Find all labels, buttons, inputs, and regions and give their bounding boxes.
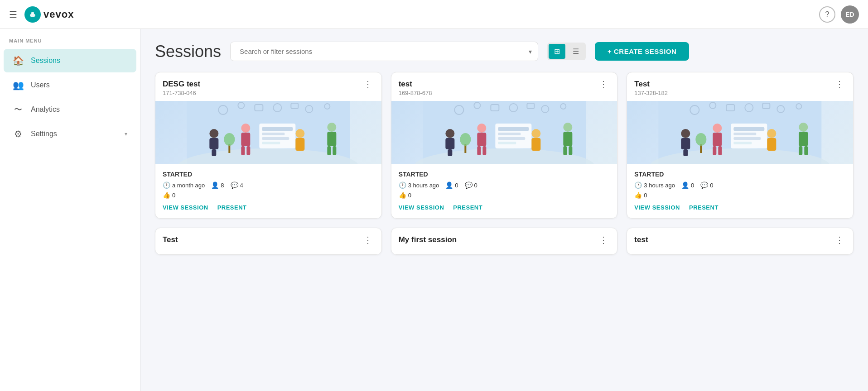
svg-point-15 <box>241 124 250 133</box>
card-body: STARTED 🕐 a month ago 👤 8 💬 4 <box>155 164 381 218</box>
chevron-down-icon: ▾ <box>125 131 127 137</box>
card-title: My first session <box>399 235 457 244</box>
card-image <box>627 101 853 164</box>
present-button[interactable]: PRESENT <box>689 204 719 211</box>
sidebar-label-analytics: Analytics <box>31 105 127 114</box>
card-menu-icon[interactable]: ⋮ <box>362 235 374 244</box>
list-icon: ☰ <box>573 48 579 55</box>
sidebar-item-users[interactable]: 👥 Users <box>4 73 136 97</box>
participants-meta: 👤 8 <box>211 181 224 189</box>
card-title: DESG test <box>163 80 200 89</box>
svg-rect-47 <box>482 146 486 155</box>
card-menu-icon[interactable]: ⋮ <box>362 80 374 89</box>
svg-rect-83 <box>767 138 776 151</box>
avatar[interactable]: ED <box>841 5 859 24</box>
card-meta-likes: 👍 0 <box>163 191 374 199</box>
session-card: DESG test 171-738-046 ⋮ <box>155 72 382 219</box>
svg-point-89 <box>696 133 707 146</box>
logo: vevox <box>24 6 74 23</box>
view-session-button[interactable]: VIEW SESSION <box>399 204 444 211</box>
sidebar-item-settings[interactable]: ⚙ Settings ▾ <box>4 122 136 146</box>
svg-rect-85 <box>799 132 808 146</box>
search-bar: ▾ <box>230 42 538 61</box>
svg-rect-22 <box>262 137 289 140</box>
logo-text: vevox <box>43 9 74 20</box>
svg-rect-16 <box>241 133 250 146</box>
card-meta-likes: 👍 0 <box>399 191 610 199</box>
likes-value: 0 <box>408 192 411 199</box>
hamburger-icon[interactable]: ☰ <box>9 9 17 20</box>
card-title: Test <box>634 80 668 89</box>
search-input[interactable] <box>230 42 538 61</box>
list-view-button[interactable]: ☰ <box>567 44 584 59</box>
person-icon: 👤 <box>445 181 453 189</box>
main-content: Sessions ▾ ⊞ ☰ + CREATE SESSION <box>140 29 868 391</box>
create-session-button[interactable]: + CREATE SESSION <box>595 42 689 61</box>
card-status: STARTED <box>163 171 374 178</box>
present-button[interactable]: PRESENT <box>453 204 482 211</box>
svg-rect-79 <box>734 133 757 135</box>
svg-rect-46 <box>477 146 481 155</box>
svg-point-60 <box>460 133 471 146</box>
card-status: STARTED <box>634 171 846 178</box>
view-session-button[interactable]: VIEW SESSION <box>634 204 680 211</box>
thumbsup-icon: 👍 <box>163 191 170 199</box>
grid-icon: ⊞ <box>554 48 560 55</box>
messages-value: 4 <box>240 182 243 189</box>
card-meta: 🕐 3 hours ago 👤 0 💬 0 <box>399 181 610 189</box>
svg-rect-54 <box>531 138 540 151</box>
help-button[interactable]: ? <box>819 6 835 23</box>
logo-icon <box>24 6 41 23</box>
svg-point-73 <box>713 124 722 133</box>
svg-rect-87 <box>805 146 808 155</box>
sidebar-label-settings: Settings <box>31 130 117 138</box>
session-card-partial: Test ⋮ <box>155 228 382 255</box>
sidebar-label-users: Users <box>31 81 127 89</box>
svg-point-82 <box>767 129 776 138</box>
likes-value: 0 <box>644 192 647 199</box>
svg-rect-74 <box>713 133 722 146</box>
page-header: Sessions ▾ ⊞ ☰ + CREATE SESSION <box>155 42 854 61</box>
card-menu-icon[interactable]: ⋮ <box>833 80 846 89</box>
sidebar-item-analytics[interactable]: 〜 Analytics <box>4 98 136 121</box>
time-value: a month ago <box>172 182 205 189</box>
svg-rect-50 <box>498 133 521 135</box>
home-icon: 🏠 <box>13 55 24 66</box>
clock-icon: 🕐 <box>634 181 642 189</box>
card-meta-likes: 👍 0 <box>634 191 846 199</box>
card-meta: 🕐 a month ago 👤 8 💬 4 <box>163 181 374 189</box>
card-menu-icon[interactable]: ⋮ <box>597 235 610 244</box>
sidebar-section-label: MAIN MENU <box>0 38 140 48</box>
person-icon: 👤 <box>681 181 689 189</box>
card-title-block: DESG test 171-738-046 <box>163 80 200 96</box>
card-code: 169-878-678 <box>399 90 432 96</box>
svg-rect-76 <box>719 146 722 155</box>
participants-value: 8 <box>221 182 224 189</box>
card-code: 171-738-046 <box>163 90 200 96</box>
svg-rect-21 <box>262 133 285 135</box>
card-status: STARTED <box>399 171 610 178</box>
svg-rect-27 <box>327 132 336 146</box>
card-header: My first session ⋮ <box>391 228 617 249</box>
card-header: Test ⋮ <box>155 228 381 249</box>
layout: MAIN MENU 🏠 Sessions 👥 Users 〜 Analytics… <box>0 0 868 391</box>
messages-meta: 💬 0 <box>700 181 713 189</box>
card-meta: 🕐 3 hours ago 👤 0 💬 0 <box>634 181 846 189</box>
card-menu-icon[interactable]: ⋮ <box>597 80 610 89</box>
present-button[interactable]: PRESENT <box>217 204 247 211</box>
card-title-block: test 169-878-678 <box>399 80 432 96</box>
chat-icon: 💬 <box>700 181 708 189</box>
sidebar-item-sessions[interactable]: 🏠 Sessions <box>4 49 136 72</box>
grid-view-button[interactable]: ⊞ <box>549 44 565 59</box>
thumbsup-icon: 👍 <box>399 191 406 199</box>
session-card: Test 137-328-182 ⋮ <box>627 72 854 219</box>
svg-point-2 <box>31 12 34 14</box>
card-title: Test <box>163 235 178 244</box>
card-menu-icon[interactable]: ⋮ <box>833 235 846 244</box>
svg-point-44 <box>477 124 486 133</box>
svg-rect-51 <box>498 137 525 140</box>
svg-point-53 <box>531 129 540 138</box>
svg-rect-71 <box>681 138 690 149</box>
participants-value: 0 <box>691 182 694 189</box>
view-session-button[interactable]: VIEW SESSION <box>163 204 208 211</box>
